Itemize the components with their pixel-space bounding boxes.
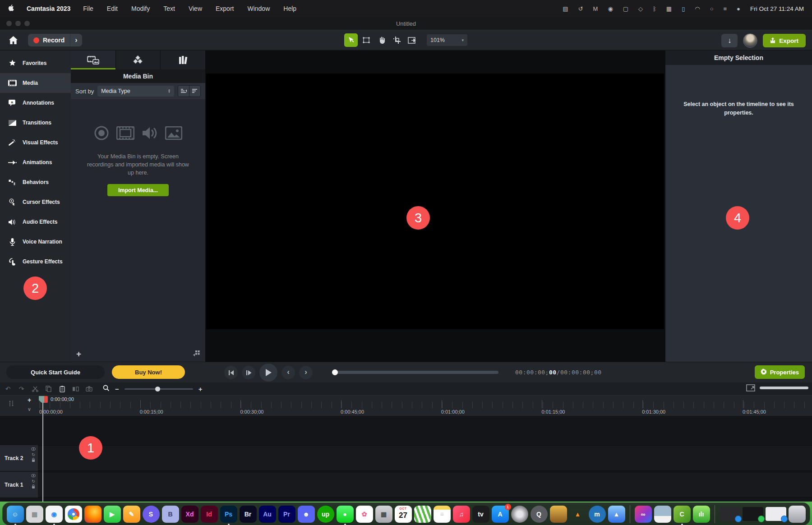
sidebar-item-behaviors[interactable]: Behaviors [0, 172, 71, 192]
dock-item-photos[interactable]: ✿ [356, 506, 373, 523]
split-button[interactable] [70, 384, 81, 393]
record-button-main[interactable]: Record [28, 34, 70, 46]
dock-item-finder[interactable]: ☺ [7, 506, 24, 523]
dock-item-adobe-photoshop[interactable]: Ps [220, 506, 237, 523]
track-lock-icon[interactable] [32, 458, 35, 463]
dock-item-pages[interactable]: ✎ [123, 506, 140, 523]
dock-item-numbers-app[interactable]: ılı [693, 506, 710, 523]
shape-icon[interactable]: ◇ [638, 5, 643, 12]
sidebar-item-visual-effects[interactable]: Visual Effects [0, 133, 71, 152]
dock-item-mountain-app[interactable]: ▲ [608, 506, 625, 523]
dock-item-stripes-app[interactable] [414, 506, 431, 523]
undo-button[interactable]: ↶ [3, 384, 13, 393]
crop-tool-button[interactable] [390, 33, 404, 47]
dock-item-vlc[interactable]: ▲ [569, 506, 586, 523]
menu-help[interactable]: Help [283, 5, 296, 12]
timeline-zoom-slider-thumb[interactable] [155, 387, 160, 391]
tab-library[interactable] [161, 51, 205, 69]
scrubber-thumb[interactable] [332, 369, 338, 375]
next-frame-button[interactable] [242, 366, 255, 379]
paste-button[interactable] [57, 384, 67, 393]
dock-item-upwork[interactable]: up [317, 506, 334, 523]
dock-item-facetime[interactable]: ▶ [104, 506, 121, 523]
dock-item-chrome[interactable] [65, 506, 82, 523]
dock-item-speaker-grille-app[interactable] [511, 506, 528, 523]
dock-item-discord[interactable]: ☻ [298, 506, 315, 523]
grid-view-icon[interactable] [193, 350, 200, 358]
properties-toggle-button[interactable]: Properties [755, 365, 805, 379]
playback-scrubber[interactable] [332, 371, 498, 374]
cut-button[interactable] [30, 384, 40, 393]
download-button[interactable]: ↓ [721, 34, 738, 47]
sidebar-item-animations[interactable]: Animations [0, 152, 71, 172]
menu-file[interactable]: File [83, 5, 93, 12]
menu-export[interactable]: Export [216, 5, 234, 12]
camera-indicator-icon[interactable]: ● [737, 5, 740, 12]
copy-button[interactable] [43, 384, 54, 393]
sort-ascending-button[interactable] [178, 86, 189, 97]
control-center-icon[interactable]: ≡ [723, 5, 727, 12]
track-visibility-eye-icon[interactable] [31, 474, 36, 478]
export-button[interactable]: Export [763, 34, 806, 47]
next-clip-button[interactable]: › [299, 366, 313, 379]
quick-start-guide-button[interactable]: Quick Start Guide [6, 365, 105, 379]
edit-points-tool-button[interactable] [360, 33, 373, 47]
timeline-horizontal-scrollbar[interactable] [760, 387, 808, 389]
track-options-icon[interactable] [8, 399, 14, 410]
menu-window[interactable]: Window [247, 5, 270, 12]
time-machine-icon[interactable]: ↺ [578, 5, 583, 12]
sort-type-select[interactable]: Media Type ▲▼ [97, 86, 174, 97]
home-button[interactable] [7, 35, 19, 46]
dock-item-tiki-cocktail-app[interactable] [550, 506, 567, 523]
dock-item-messages[interactable]: ● [337, 506, 354, 523]
dock-item-apple-tv[interactable]: tv [472, 506, 489, 523]
timeline-minimap-button[interactable] [746, 384, 755, 393]
track-loop-icon[interactable]: ↻ [32, 479, 35, 484]
sort-descending-button[interactable] [189, 86, 200, 97]
wifi-icon[interactable]: ◠ [695, 5, 700, 12]
menu-view[interactable]: View [189, 5, 202, 12]
track-lane[interactable] [38, 445, 812, 471]
folder-icon[interactable]: ▢ [623, 5, 628, 12]
track-row-track-2[interactable]: Track 2↻ [0, 445, 812, 471]
dock-item-adobe-creative-cloud[interactable]: ∞ [635, 506, 652, 523]
canvas-stage[interactable] [206, 74, 664, 329]
menu-app-name[interactable]: Camtasia 2023 [27, 5, 70, 12]
add-track-button[interactable]: + [25, 396, 33, 404]
sidebar-item-media[interactable]: Media [0, 73, 71, 93]
playhead-in-marker[interactable] [39, 396, 44, 403]
dock-item-safari[interactable]: ◉ [46, 506, 63, 523]
buy-now-button[interactable]: Buy Now! [112, 365, 185, 379]
collapse-tracks-button[interactable]: ∨ [25, 405, 33, 413]
m-logo-icon[interactable]: M [593, 5, 598, 12]
bluetooth-icon[interactable]: ᛒ [653, 5, 656, 12]
zoom-window-button[interactable] [24, 21, 30, 26]
track-lane[interactable] [38, 472, 812, 497]
dock-item-adobe-premiere[interactable]: Pr [278, 506, 295, 523]
playhead[interactable] [39, 396, 48, 403]
dock-item-b-app[interactable]: B [162, 506, 179, 523]
dock-item-adobe-indesign[interactable]: Id [201, 506, 218, 523]
import-media-button[interactable]: Import Media... [107, 184, 169, 196]
apple-logo-icon[interactable] [8, 5, 14, 13]
pointer-tool-button[interactable] [344, 33, 358, 47]
dock-item-adobe-xd[interactable]: Xd [181, 506, 198, 523]
sidebar-item-voice-narration[interactable]: Voice Narration [0, 232, 71, 252]
network-alert-icon[interactable]: ◉ [608, 5, 613, 12]
edit-in-place-tool-button[interactable] [406, 33, 419, 47]
track-loop-icon[interactable]: ↻ [32, 452, 35, 457]
track-visibility-eye-icon[interactable] [31, 447, 36, 451]
screenshot-camera-button[interactable] [84, 384, 94, 393]
redo-button[interactable]: ↷ [16, 384, 27, 393]
play-button[interactable] [259, 364, 277, 382]
playhead-stem[interactable] [42, 403, 43, 502]
dock-item-adobe-bridge[interactable]: Br [240, 506, 257, 523]
dock-item-window-thumb-safari-light[interactable] [766, 507, 786, 521]
timeline-zoom-slider[interactable] [125, 388, 193, 390]
playhead-out-marker[interactable] [44, 396, 48, 403]
dock-item-window-thumb-terminal[interactable] [743, 507, 763, 521]
dock-item-trash[interactable] [789, 506, 806, 523]
sidebar-item-annotations[interactable]: aAnnotations [0, 93, 71, 113]
dock-item-notes[interactable]: ≡ [434, 506, 451, 523]
dock-item-calendar[interactable]: 27OCT [395, 506, 412, 523]
